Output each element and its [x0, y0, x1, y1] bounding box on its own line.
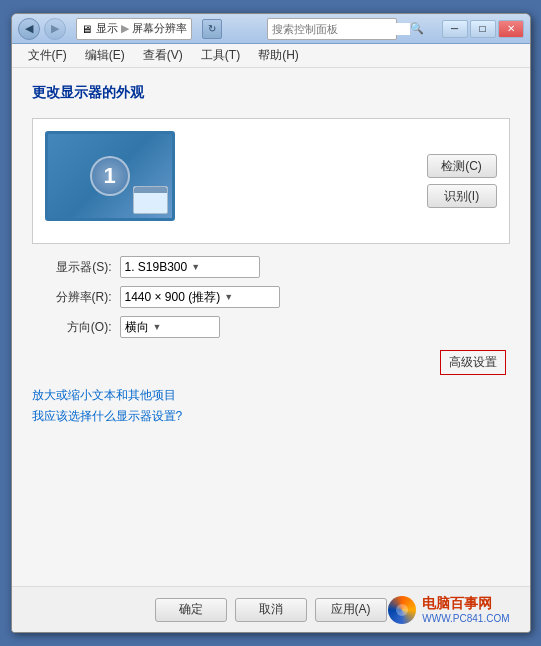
cancel-button[interactable]: 取消 [235, 598, 307, 622]
display-settings-link[interactable]: 我应该选择什么显示器设置? [32, 408, 510, 425]
page-title: 更改显示器的外观 [32, 84, 510, 102]
orientation-row: 方向(O): 横向 ▼ [32, 316, 510, 338]
display-value: 1. S19B300 [125, 260, 188, 274]
close-button[interactable]: ✕ [498, 20, 524, 38]
detect-button[interactable]: 检测(C) [427, 154, 497, 178]
display-select[interactable]: 1. S19B300 ▼ [120, 256, 260, 278]
monitor-panel: 1 检测(C) 识别(I) [32, 118, 510, 244]
mini-window-content [134, 193, 167, 197]
confirm-button[interactable]: 确定 [155, 598, 227, 622]
monitor-preview: 1 [45, 131, 185, 231]
search-bar[interactable]: 🔍 [267, 18, 397, 40]
advanced-button[interactable]: 高级设置 [440, 350, 506, 375]
maximize-button[interactable]: □ [470, 20, 496, 38]
watermark-url: WWW.PC841.COM [422, 613, 509, 624]
identify-button[interactable]: 识别(I) [427, 184, 497, 208]
back-button[interactable]: ◀ [18, 18, 40, 40]
orientation-value: 横向 [125, 319, 149, 336]
advanced-section: 高级设置 [32, 350, 510, 375]
monitor-number: 1 [90, 156, 130, 196]
resolution-select[interactable]: 1440 × 900 (推荐) ▼ [120, 286, 280, 308]
menu-bar: 文件(F) 编辑(E) 查看(V) 工具(T) 帮助(H) [12, 44, 530, 68]
title-bar: ◀ ▶ 🖥 显示 ▶ 屏幕分辨率 ↻ 🔍 ─ □ ✕ [12, 14, 530, 44]
display-row: 显示器(S): 1. S19B300 ▼ [32, 256, 510, 278]
breadcrumb-resolution: 屏幕分辨率 [132, 21, 187, 36]
display-arrow: ▼ [191, 262, 200, 272]
bottom-links: 放大或缩小文本和其他项目 我应该选择什么显示器设置? [32, 387, 510, 425]
refresh-button[interactable]: ↻ [202, 19, 222, 39]
search-icon[interactable]: 🔍 [410, 22, 424, 35]
menu-tools[interactable]: 工具(T) [193, 45, 248, 66]
address-bar[interactable]: 🖥 显示 ▶ 屏幕分辨率 [76, 18, 192, 40]
resize-text-link[interactable]: 放大或缩小文本和其他项目 [32, 387, 510, 404]
address-text: 显示 ▶ 屏幕分辨率 [96, 21, 187, 36]
watermark: 电脑百事网 WWW.PC841.COM [388, 595, 509, 624]
menu-help[interactable]: 帮助(H) [250, 45, 307, 66]
orientation-label: 方向(O): [32, 319, 112, 336]
address-icon: 🖥 [81, 23, 92, 35]
breadcrumb-display: 显示 [96, 21, 118, 36]
minimize-button[interactable]: ─ [442, 20, 468, 38]
watermark-text: 电脑百事网 WWW.PC841.COM [422, 595, 509, 624]
nav-controls: ◀ ▶ [18, 18, 66, 40]
watermark-logo [388, 596, 416, 624]
monitor-frame: 1 [45, 131, 175, 221]
resolution-label: 分辨率(R): [32, 289, 112, 306]
footer: 确定 取消 应用(A) 电脑百事网 WWW.PC841.COM [12, 586, 530, 632]
mini-window-overlay [133, 186, 168, 214]
title-bar-left: ◀ ▶ 🖥 显示 ▶ 屏幕分辨率 ↻ [18, 18, 222, 40]
main-window: ◀ ▶ 🖥 显示 ▶ 屏幕分辨率 ↻ 🔍 ─ □ ✕ 文件(F) [11, 13, 531, 633]
forward-button[interactable]: ▶ [44, 18, 66, 40]
display-label: 显示器(S): [32, 259, 112, 276]
monitor-actions: 检测(C) 识别(I) [427, 154, 497, 208]
orientation-arrow: ▼ [153, 322, 162, 332]
resolution-row: 分辨率(R): 1440 × 900 (推荐) ▼ [32, 286, 510, 308]
apply-button[interactable]: 应用(A) [315, 598, 387, 622]
orientation-select[interactable]: 横向 ▼ [120, 316, 220, 338]
form-section: 显示器(S): 1. S19B300 ▼ 分辨率(R): 1440 × 900 … [32, 256, 510, 338]
footer-buttons: 确定 取消 应用(A) [155, 598, 387, 622]
menu-view[interactable]: 查看(V) [135, 45, 191, 66]
window-controls: ─ □ ✕ [442, 20, 524, 38]
main-content: 更改显示器的外观 1 检测(C) [12, 68, 530, 586]
menu-edit[interactable]: 编辑(E) [77, 45, 133, 66]
menu-file[interactable]: 文件(F) [20, 45, 75, 66]
breadcrumb-sep: ▶ [121, 22, 129, 35]
watermark-name: 电脑百事网 [422, 595, 509, 613]
resolution-value: 1440 × 900 (推荐) [125, 289, 221, 306]
svg-point-0 [396, 604, 408, 616]
resolution-arrow: ▼ [224, 292, 233, 302]
search-input[interactable] [272, 23, 410, 35]
